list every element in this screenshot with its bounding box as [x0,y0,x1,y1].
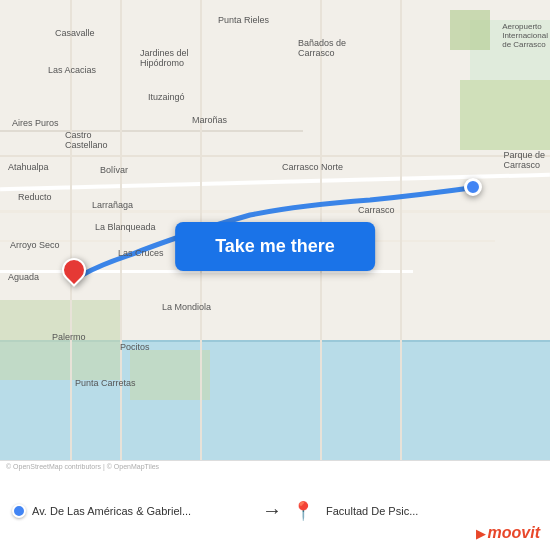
park-carrasco [460,80,550,150]
label-carrasco-norte: Carrasco Norte [282,162,343,172]
label-arroyo-seco: Arroyo Seco [10,240,60,250]
info-origin-dot [12,504,26,518]
label-punta-carretas: Punta Carretas [75,378,136,388]
road-v4 [400,0,402,460]
label-carrasco: Carrasco [358,205,395,215]
label-castro: CastroCastellano [65,130,108,150]
label-atahualpa: Atahualpa [8,162,49,172]
info-origin-text: Av. De Las Américas & Gabriel... [32,505,252,517]
label-blanqueada: La Blanqueada [95,222,156,232]
moovit-brand-text: moovit [488,524,540,542]
road-6 [0,130,303,132]
label-airport: AeropuertoInternacionalde Carrasco [502,22,548,49]
label-casavalle: Casavalle [55,28,95,38]
destination-label: Facultad De Psic... [326,505,418,517]
label-maronas: Maroñas [192,115,227,125]
label-pocitos: Pocitos [120,342,150,352]
label-acacias: Las Acacias [48,65,96,75]
destination-marker [62,258,86,288]
road-2 [0,210,550,213]
label-jardines: Jardines delHipódromo [140,48,189,68]
label-reducto: Reducto [18,192,52,202]
info-bar: © OpenStreetMap contributors | © OpenMap… [0,460,550,550]
label-parque-carrasco: Parque deCarrasco [503,150,545,170]
origin-label: Av. De Las Américas & Gabriel... [32,505,191,517]
attribution-text: © OpenStreetMap contributors | © OpenMap… [0,462,165,471]
label-las-cruces: Las Cruces [118,248,164,258]
road-4 [0,155,550,157]
map-container: Casavalle Punta Rieles Jardines delHipód… [0,0,550,460]
info-destination-text: Facultad De Psic... [318,505,538,517]
take-me-there-button[interactable]: Take me there [175,222,375,271]
moovit-logo: ▶ moovit [476,524,540,542]
origin-marker [464,178,482,196]
green-area-pocitos [130,350,210,400]
label-larranaga: Larrañaga [92,200,133,210]
label-aires-puros: Aires Puros [12,118,59,128]
label-palermo: Palermo [52,332,86,342]
label-bolivar: Bolívar [100,165,128,175]
park-small [450,10,490,50]
label-banados: Bañados deCarrasco [298,38,346,58]
destination-marker-pin [57,253,91,287]
label-ituzaingo: Ituzaingó [148,92,185,102]
route-arrow: → [252,499,292,522]
label-mondiola: La Mondiola [162,302,211,312]
info-destination-pin: 📍 [292,500,314,522]
label-punta-rieles: Punta Rieles [218,15,269,25]
moovit-icon: ▶ [476,526,486,541]
label-aguada: Aguada [8,272,39,282]
